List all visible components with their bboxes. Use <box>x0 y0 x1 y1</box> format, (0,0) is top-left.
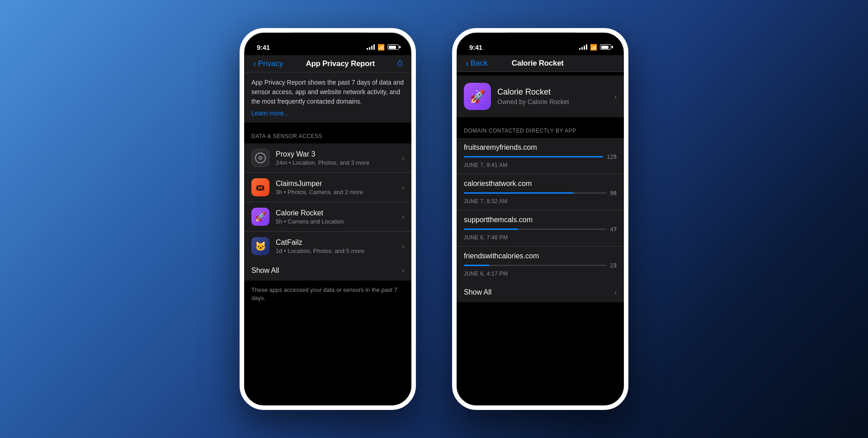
info-section: App Privacy Report shows the past 7 days… <box>244 72 411 123</box>
domain-section-header: DOMAIN CONTACTED DIRECTLY BY APP <box>457 117 624 138</box>
chevron-calorierocket: › <box>402 213 404 220</box>
chevron-claimsjumper: › <box>402 184 404 191</box>
nav-back-left[interactable]: ‹ Privacy <box>253 59 283 68</box>
calorierocket-icon-symbol-right: 🚀 <box>470 89 486 104</box>
domain-bar-container-0 <box>464 156 603 157</box>
info-text: App Privacy Report shows the past 7 days… <box>251 78 404 106</box>
learn-more-link[interactable]: Learn more... <box>251 110 289 117</box>
phone-left: 9:41 📶 ‹ Privacy App Privacy Report ⎙ <box>240 28 416 410</box>
nav-back-label-left[interactable]: Privacy <box>258 59 283 68</box>
domain-date-0: June 7, 9:41 AM <box>464 162 617 168</box>
screen-left: ‹ Privacy App Privacy Report ⎙ App Priva… <box>244 55 411 405</box>
share-button-left[interactable]: ⎙ <box>397 59 402 68</box>
signal-bars-right <box>579 44 587 50</box>
domain-chevron-0: › <box>614 152 617 160</box>
app-icon-calorierocket-left: 🚀 <box>251 208 269 226</box>
wifi-icon-right: 📶 <box>590 44 597 51</box>
app-subtitle-claimsjumper: 3h • Photos, Camera, and 2 more <box>276 189 402 195</box>
battery-icon-right <box>600 44 611 50</box>
section-header-text: DATA & SENSOR ACCESS <box>251 133 322 139</box>
domain-date-1: June 7, 8:32 AM <box>464 198 617 205</box>
domain-chevron-2: › <box>614 225 617 232</box>
status-time-left: 9:41 <box>257 43 270 51</box>
domain-bar-2 <box>464 229 518 230</box>
signal-bars-left <box>367 44 375 50</box>
footer-note-text: These apps accessed your data or sensors… <box>251 286 404 302</box>
wifi-icon-left: 📶 <box>377 44 385 51</box>
catfailz-icon-symbol: 🐱 <box>255 241 266 252</box>
claimsjumper-icon-symbol: 🎟 <box>256 182 265 193</box>
domain-item-1[interactable]: caloriesthatwork.com 96 June 7, 8:32 AM … <box>457 174 624 210</box>
chevron-show-all-left: › <box>402 267 404 274</box>
domain-bar-3 <box>464 265 490 266</box>
nav-bar-left: ‹ Privacy App Privacy Report ⎙ <box>244 55 411 72</box>
domain-bar-0 <box>464 156 603 157</box>
app-name-catfailz: CatFailz <box>276 238 402 247</box>
domain-bar-container-1 <box>464 192 607 194</box>
app-name-proxywar: Proxy War 3 <box>276 150 402 158</box>
domain-header-text: DOMAIN CONTACTED DIRECTLY BY APP <box>464 128 576 134</box>
notch-right <box>506 33 574 46</box>
item-details-claimsjumper: ClaimsJumper 3h • Photos, Camera, and 2 … <box>276 180 402 195</box>
back-chevron-left: ‹ <box>253 59 256 68</box>
app-name-calorierocket: Calorie Rocket <box>276 209 402 217</box>
chevron-proxywar: › <box>402 154 404 162</box>
list-item-claimsjumper[interactable]: 🎟 ClaimsJumper 3h • Photos, Camera, and … <box>244 173 411 202</box>
detail-spacer <box>457 72 624 76</box>
calorierocket-icon-symbol-left: 🚀 <box>255 211 266 222</box>
domain-name-1: caloriesthatwork.com <box>464 180 532 188</box>
item-details-catfailz: CatFailz 1d • Location, Photos, and 5 mo… <box>276 238 402 254</box>
footer-note: These apps accessed your data or sensors… <box>244 281 411 308</box>
domain-chevron-3: › <box>614 261 617 268</box>
status-time-right: 9:41 <box>469 43 482 51</box>
list-item-catfailz[interactable]: 🐱 CatFailz 1d • Location, Photos, and 5 … <box>244 232 411 261</box>
domain-name-0: fruitsaremyfriends.com <box>464 143 537 152</box>
show-all-text-left: Show All <box>251 267 279 275</box>
app-info-owner: Owned by Calorie Rocket <box>497 98 608 105</box>
status-icons-left: 📶 <box>367 44 399 51</box>
app-icon-proxywar <box>251 149 269 167</box>
chevron-app-info: › <box>614 93 617 100</box>
domain-chevron-1: › <box>614 189 617 196</box>
list-item-calorierocket[interactable]: 🚀 Calorie Rocket 5h • Camera and Locatio… <box>244 202 411 232</box>
app-list: Proxy War 3 24m • Location, Photos, and … <box>244 143 411 261</box>
domain-name-2: supportthemcals.com <box>464 216 533 224</box>
domain-list: fruitsaremyfriends.com 125 June 7, 9:41 … <box>457 138 624 282</box>
show-all-text-right: Show All <box>464 288 491 296</box>
domain-date-3: June 6, 4:17 PM <box>464 271 617 277</box>
show-all-button-right[interactable]: Show All › <box>457 282 624 302</box>
back-chevron-right: ‹ <box>466 59 469 68</box>
data-sensor-header: DATA & SENSOR ACCESS <box>244 123 411 143</box>
domain-item-3[interactable]: friendswithcalories.com 23 June 6, 4:17 … <box>457 247 624 282</box>
chevron-show-all-right: › <box>614 289 617 296</box>
app-info-card[interactable]: 🚀 Calorie Rocket Owned by Calorie Rocket… <box>457 76 624 117</box>
domain-bar-container-2 <box>464 229 607 230</box>
battery-icon-left <box>387 44 399 50</box>
app-icon-calorierocket-right: 🚀 <box>464 83 491 110</box>
list-item-proxywar[interactable]: Proxy War 3 24m • Location, Photos, and … <box>244 143 411 173</box>
nav-title-left: App Privacy Report <box>306 59 375 68</box>
nav-back-right[interactable]: ‹ Back <box>466 59 487 68</box>
app-subtitle-catfailz: 1d • Location, Photos, and 5 more <box>276 248 402 254</box>
nav-back-label-right[interactable]: Back <box>471 59 488 68</box>
gear-icon <box>255 152 266 163</box>
app-subtitle-calorierocket: 5h • Camera and Location <box>276 218 402 225</box>
domain-bar-container-3 <box>464 265 607 266</box>
domain-name-3: friendswithcalories.com <box>464 252 539 260</box>
domain-item-2[interactable]: supportthemcals.com 47 June 6, 7:48 PM › <box>457 210 624 247</box>
show-all-button-left[interactable]: Show All › <box>244 261 411 281</box>
notch-left <box>294 33 362 46</box>
item-details-proxywar: Proxy War 3 24m • Location, Photos, and … <box>276 150 402 166</box>
chevron-catfailz: › <box>402 243 404 250</box>
domain-item-0[interactable]: fruitsaremyfriends.com 125 June 7, 9:41 … <box>457 138 624 174</box>
screen-right: ‹ Back Calorie Rocket 🚀 Calorie Rocket O… <box>457 55 624 405</box>
app-icon-claimsjumper: 🎟 <box>251 178 269 196</box>
item-details-calorierocket: Calorie Rocket 5h • Camera and Location <box>276 209 402 225</box>
nav-bar-right: ‹ Back Calorie Rocket <box>457 55 624 72</box>
app-icon-catfailz: 🐱 <box>251 237 269 255</box>
status-icons-right: 📶 <box>579 44 611 51</box>
domain-date-2: June 6, 7:48 PM <box>464 234 617 241</box>
app-info-text: Calorie Rocket Owned by Calorie Rocket <box>497 87 608 105</box>
domain-bar-1 <box>464 192 574 194</box>
app-subtitle-proxywar: 24m • Location, Photos, and 3 more <box>276 159 402 166</box>
